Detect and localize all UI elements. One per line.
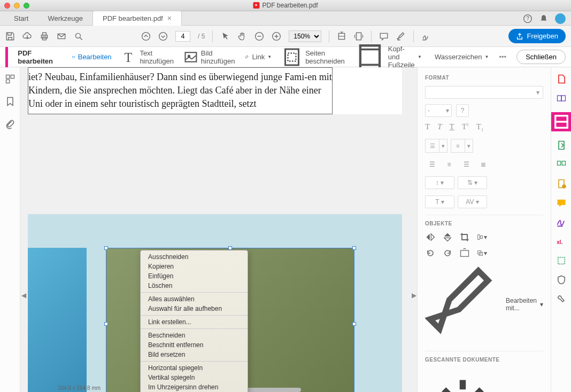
fit-width-icon[interactable] xyxy=(337,32,346,41)
cm-flip-h[interactable]: Horizontal spiegeln xyxy=(141,363,248,373)
page-number-input[interactable] xyxy=(175,31,190,42)
cm-deselect-all[interactable]: Auswahl für alle aufheben xyxy=(141,304,248,313)
mail-icon[interactable] xyxy=(57,32,66,41)
replace-image-icon[interactable] xyxy=(459,248,470,258)
cm-select-all[interactable]: Alles auswählen xyxy=(141,294,248,304)
edit-button[interactable]: Bearbeiten xyxy=(72,53,112,61)
close-edit-button[interactable]: Schließen xyxy=(516,50,566,64)
thumbnails-icon[interactable] xyxy=(5,74,16,84)
user-avatar[interactable] xyxy=(555,13,566,24)
cm-copy[interactable]: Kopieren xyxy=(141,262,248,271)
font-size-select[interactable]: -▾ xyxy=(425,104,452,117)
crop-icon[interactable] xyxy=(459,232,470,242)
bold-button[interactable]: T xyxy=(425,122,430,132)
tab-start[interactable]: Start xyxy=(4,12,38,25)
paragraph-spacing-select[interactable]: ⇅ ▾ xyxy=(458,176,487,189)
more-icon[interactable]: ••• xyxy=(498,52,507,62)
prev-page-arrow[interactable]: ◀ xyxy=(21,292,26,299)
window-minimize[interactable] xyxy=(14,3,20,9)
svg-point-6 xyxy=(75,33,80,38)
organize-icon[interactable] xyxy=(556,159,567,170)
signature-icon[interactable] xyxy=(556,217,567,228)
cm-rotate-cw[interactable]: Im Uhrzeigersinn drehen xyxy=(141,382,248,392)
numbered-list-button[interactable]: ≡▾ xyxy=(451,139,473,153)
italic-button[interactable]: T xyxy=(437,122,442,132)
cm-cut[interactable]: Ausschneiden xyxy=(141,252,248,262)
add-image-button[interactable]: Bild hinzufügen xyxy=(183,49,235,65)
cm-flip-v[interactable]: Vertikal spiegeln xyxy=(141,373,248,382)
help-icon[interactable]: ? xyxy=(523,14,533,23)
tab-close-icon[interactable]: × xyxy=(167,14,172,22)
rotate-ccw-icon[interactable] xyxy=(425,248,436,258)
cm-remove-crop[interactable]: Beschnitt entfernen xyxy=(141,340,248,350)
document-image-1[interactable] xyxy=(28,248,87,392)
redact-icon[interactable]: xl. xyxy=(556,236,567,247)
attachments-icon[interactable] xyxy=(5,119,16,129)
align-left-button[interactable]: ☰ xyxy=(425,159,439,170)
pointer-icon[interactable] xyxy=(220,32,230,41)
sign-icon[interactable] xyxy=(421,32,431,41)
line-spacing-select[interactable]: ↕ ▾ xyxy=(425,176,454,189)
underline-button[interactable]: T xyxy=(450,122,454,132)
print-icon[interactable] xyxy=(40,32,49,41)
superscript-button[interactable]: T1 xyxy=(462,122,469,132)
hand-icon[interactable] xyxy=(237,32,247,41)
fit-page-icon[interactable] xyxy=(354,32,364,41)
optimize-icon[interactable] xyxy=(556,255,567,266)
tab-document[interactable]: PDF bearbeiten.pdf × xyxy=(92,11,182,26)
zoom-out-icon[interactable] xyxy=(254,32,264,41)
export-pdf-icon[interactable] xyxy=(556,140,567,151)
zoom-select[interactable]: 150% xyxy=(289,30,321,42)
font-color-picker[interactable]: ? xyxy=(456,104,469,117)
rotate-cw-icon[interactable] xyxy=(442,248,453,258)
bullet-list-button[interactable]: ☰▾ xyxy=(425,139,447,153)
flip-v-icon[interactable] xyxy=(442,232,453,242)
bookmarks-icon[interactable] xyxy=(5,96,16,107)
edit-pdf-icon[interactable] xyxy=(551,112,572,131)
search-icon[interactable] xyxy=(74,32,83,41)
highlight-icon[interactable] xyxy=(396,32,406,41)
page-up-icon[interactable] xyxy=(141,32,151,41)
cm-crop[interactable]: Beschneiden xyxy=(141,331,248,340)
cloud-icon[interactable] xyxy=(22,32,32,41)
create-pdf-icon[interactable] xyxy=(556,74,567,84)
align-center-button[interactable]: ≡ xyxy=(442,159,456,170)
settings-button[interactable]: Einstellungen xyxy=(425,368,543,392)
save-icon[interactable] xyxy=(5,32,15,41)
watermark-button[interactable]: W Wasserzeichen ▼ xyxy=(431,53,489,61)
share-button[interactable]: Freigeben xyxy=(508,29,566,43)
svg-rect-34 xyxy=(562,161,565,166)
arrange-icon[interactable]: ▾ xyxy=(476,248,487,258)
next-page-arrow[interactable]: ▶ xyxy=(412,292,416,299)
crop-pages-button[interactable]: Seiten beschneiden xyxy=(281,46,345,68)
document-canvas[interactable]: iet? Neubau, Einfamilienhäuser? Dann sin… xyxy=(20,67,417,392)
protect-icon[interactable] xyxy=(556,275,567,285)
char-spacing-select[interactable]: AV ▾ xyxy=(458,195,487,208)
page-down-icon[interactable] xyxy=(158,32,168,41)
more-tools-icon[interactable] xyxy=(556,294,567,304)
zoom-in-icon[interactable] xyxy=(272,32,281,41)
tab-tools[interactable]: Werkzeuge xyxy=(38,12,92,25)
align-right-button[interactable]: ☰ xyxy=(459,159,473,170)
combine-icon[interactable] xyxy=(556,93,567,104)
fill-sign-icon[interactable] xyxy=(556,178,567,189)
align-justify-button[interactable]: ≣ xyxy=(476,159,490,170)
horizontal-scale-select[interactable]: T ▾ xyxy=(425,195,454,208)
add-text-button[interactable]: T Text hinzufügen xyxy=(121,49,174,65)
flip-h-icon[interactable] xyxy=(425,232,436,242)
window-maximize[interactable] xyxy=(24,3,29,9)
comment-icon[interactable] xyxy=(379,32,389,41)
cm-create-link[interactable]: Link erstellen... xyxy=(141,317,248,327)
cm-delete[interactable]: Löschen xyxy=(141,281,248,291)
align-objects-icon[interactable]: ▾ xyxy=(476,232,487,242)
notifications-icon[interactable] xyxy=(539,14,549,23)
subscript-button[interactable]: T1 xyxy=(476,122,483,132)
edit-with-button[interactable]: Bearbeiten mit... ▾ xyxy=(425,264,543,346)
document-text-block[interactable]: iet? Neubau, Einfamilienhäuser? Dann sin… xyxy=(28,67,333,114)
cm-paste[interactable]: Einfügen xyxy=(141,271,248,281)
font-family-select[interactable]: ▾ xyxy=(425,86,543,99)
window-close[interactable] xyxy=(4,3,10,9)
cm-replace-image[interactable]: Bild ersetzen xyxy=(141,350,248,359)
comment-tool-icon[interactable] xyxy=(556,198,567,208)
link-button[interactable]: Link ▼ xyxy=(244,53,272,61)
